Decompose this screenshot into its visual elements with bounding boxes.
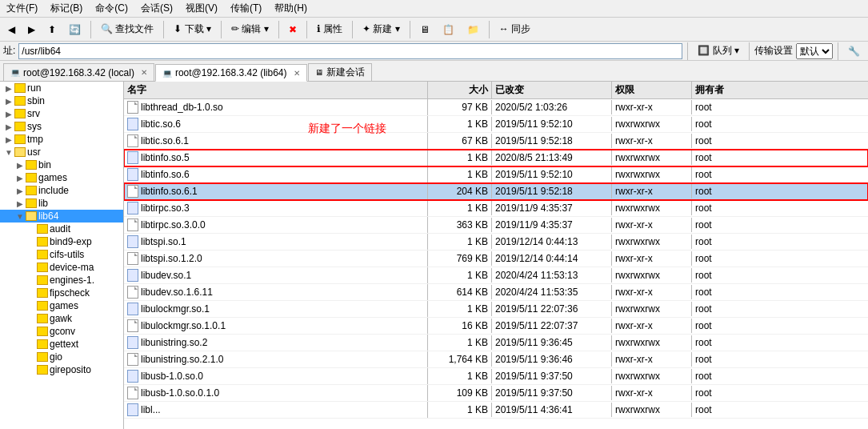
menu-view[interactable]: 视图(V) — [182, 2, 221, 15]
terminal-button[interactable]: 🖥 — [415, 22, 434, 38]
toggle-include[interactable]: ▶ — [14, 185, 26, 196]
toggle-tmp[interactable]: ▶ — [3, 134, 14, 145]
file-row[interactable]: libtspi.so.1.2.0 769 KB 2019/12/14 0:44:… — [124, 251, 868, 267]
sync-button[interactable]: ↔ 同步 — [494, 20, 535, 38]
sidebar-item-include[interactable]: ▶ include — [0, 184, 123, 197]
file-row[interactable]: libunistring.so.2.1.0 1,764 KB 2019/5/11… — [124, 351, 868, 368]
toggle-usr[interactable]: ▼ — [3, 146, 14, 158]
transfer-select[interactable]: 默认 — [796, 43, 833, 59]
sidebar-item-sbin[interactable]: ▶ sbin — [0, 94, 123, 107]
sidebar-item-srv[interactable]: ▶ srv — [0, 107, 123, 120]
header-owner[interactable]: 拥有者 — [692, 82, 756, 98]
file-row[interactable]: libtspi.so.1 1 KB 2019/12/14 0:44:13 rwx… — [124, 234, 868, 251]
sidebar-item-run[interactable]: ▶ run — [0, 82, 123, 94]
sidebar-item-tmp[interactable]: ▶ tmp — [0, 133, 123, 146]
header-permissions[interactable]: 权限 — [612, 82, 692, 98]
toggle-cifs[interactable] — [26, 249, 37, 260]
toggle-games[interactable]: ▶ — [14, 172, 26, 183]
sidebar-item-sys[interactable]: ▶ sys — [0, 120, 123, 133]
toggle-engines[interactable] — [26, 275, 37, 286]
address-input[interactable] — [18, 43, 682, 59]
toggle-gconv[interactable] — [26, 326, 37, 337]
file-row[interactable]: libudev.so.1.6.11 614 KB 2020/4/24 11:53… — [124, 284, 868, 301]
file-row[interactable]: libulockmgr.so.1 1 KB 2019/5/11 22:07:36… — [124, 301, 868, 318]
folder-button[interactable]: 📁 — [462, 22, 484, 38]
props-button[interactable]: ℹ 属性 — [312, 20, 347, 38]
toggle-sbin[interactable]: ▶ — [3, 95, 14, 106]
file-row[interactable]: libl... 1 KB 2019/5/11 4:36:41 rwxrwxrwx… — [124, 402, 868, 419]
queue-button[interactable]: 🔲 队列 ▾ — [693, 42, 744, 60]
menu-file[interactable]: 文件(F) — [3, 2, 41, 15]
toggle-devicema[interactable] — [26, 262, 37, 273]
sidebar-item-gio[interactable]: gio — [0, 351, 123, 363]
file-row[interactable]: libtirpc.so.3 1 KB 2019/11/9 4:35:37 rwx… — [124, 200, 868, 217]
up-button[interactable]: ⬆ — [43, 22, 61, 38]
delete-button[interactable]: ✖ — [284, 22, 302, 38]
sidebar-item-engines[interactable]: engines-1. — [0, 274, 123, 287]
tab-local[interactable]: 💻 root@192.168.3.42 (local) ✕ — [3, 63, 154, 81]
sidebar-item-bind9[interactable]: bind9-exp — [0, 235, 123, 248]
header-modified[interactable]: 已改变 — [492, 82, 612, 98]
menu-transfer[interactable]: 传输(T) — [227, 2, 265, 15]
sidebar-item-gconv[interactable]: gconv — [0, 325, 123, 338]
file-row[interactable]: libtic.so.6 1 KB 2019/5/11 9:52:10 rwxrw… — [124, 116, 868, 133]
file-row[interactable]: libtirpc.so.3.0.0 363 KB 2019/11/9 4:35:… — [124, 217, 868, 234]
tab-lib64-close[interactable]: ✕ — [294, 69, 300, 78]
toggle-sys[interactable]: ▶ — [3, 121, 14, 132]
sidebar-item-fips[interactable]: fipscheck — [0, 287, 123, 299]
sidebar-item-devicema[interactable]: device-ma — [0, 261, 123, 274]
file-row[interactable]: libthread_db-1.0.so 97 KB 2020/5/2 1:03:… — [124, 99, 868, 116]
toggle-games3[interactable] — [26, 300, 37, 311]
refresh-button[interactable]: 🔄 — [64, 22, 86, 38]
sidebar-item-games[interactable]: ▶ games — [0, 171, 123, 184]
toggle-gawk[interactable] — [26, 313, 37, 324]
toggle-lib64[interactable]: ▼ — [14, 210, 26, 222]
toggle-lib[interactable]: ▶ — [14, 198, 26, 209]
toggle-fips[interactable] — [26, 287, 37, 299]
file-row[interactable]: libtinfo.so.6 1 KB 2019/5/11 9:52:10 rwx… — [124, 166, 868, 183]
new-button[interactable]: ✦ 新建 ▾ — [358, 20, 405, 38]
clipboard-button[interactable]: 📋 — [438, 22, 459, 38]
menu-session[interactable]: 会话(S) — [138, 2, 176, 15]
menu-help[interactable]: 帮助(H) — [271, 2, 310, 15]
header-size[interactable]: 大小 — [428, 82, 492, 98]
sidebar-item-gettext[interactable]: gettext — [0, 338, 123, 351]
sidebar-item-cifs[interactable]: cifs-utils — [0, 248, 123, 261]
header-name[interactable]: 名字 — [124, 82, 428, 98]
toggle-bin[interactable]: ▶ — [14, 159, 26, 170]
menu-mark[interactable]: 标记(B) — [47, 2, 86, 15]
find-button[interactable]: 🔍 查找文件 — [96, 20, 158, 38]
sidebar-item-bin[interactable]: ▶ bin — [0, 158, 123, 171]
tab-local-close[interactable]: ✕ — [141, 68, 147, 77]
edit-button[interactable]: ✏ 编辑 ▾ — [226, 20, 274, 38]
file-row[interactable]: libtinfo.so.6.1 204 KB 2019/5/11 9:52:18… — [124, 183, 868, 200]
sidebar-item-gawk[interactable]: gawk — [0, 312, 123, 325]
sidebar-item-lib64[interactable]: ▼ lib64 — [0, 210, 123, 223]
toggle-girepository[interactable] — [26, 364, 37, 375]
tab-lib64[interactable]: 💻 root@192.168.3.42 (lib64) ✕ — [155, 64, 307, 82]
sidebar-item-games3[interactable]: games — [0, 299, 123, 312]
toggle-run[interactable]: ▶ — [3, 82, 14, 94]
file-row[interactable]: libulockmgr.so.1.0.1 16 KB 2019/5/11 22:… — [124, 318, 868, 335]
toggle-gio[interactable] — [26, 351, 37, 363]
file-row[interactable]: libunistring.so.2 1 KB 2019/5/11 9:36:45… — [124, 335, 868, 351]
file-row[interactable]: libtinfo.so.5 1 KB 2020/8/5 21:13:49 rwx… — [124, 150, 868, 166]
toggle-audit[interactable] — [26, 223, 37, 235]
file-row[interactable]: libtic.so.6.1 67 KB 2019/5/11 9:52:18 rw… — [124, 133, 868, 150]
sidebar-item-girepository[interactable]: girepositо — [0, 363, 123, 376]
sidebar-item-audit[interactable]: audit — [0, 223, 123, 235]
toggle-bind9[interactable] — [26, 236, 37, 247]
sidebar-item-usr[interactable]: ▼ usr — [0, 146, 123, 158]
back-button[interactable]: ◀ — [3, 22, 20, 38]
transfer-options-button[interactable]: 🔧 — [843, 43, 865, 59]
file-row[interactable]: libudev.so.1 1 KB 2020/4/24 11:53:13 rwx… — [124, 267, 868, 284]
toggle-srv[interactable]: ▶ — [3, 108, 14, 119]
toggle-gettext[interactable] — [26, 339, 37, 350]
tab-new-session[interactable]: 🖥 新建会话 — [308, 63, 372, 81]
file-row[interactable]: libusb-1.0.so.0.1.0 109 KB 2019/5/11 9:3… — [124, 385, 868, 402]
sidebar-item-lib[interactable]: ▶ lib — [0, 197, 123, 210]
file-row[interactable]: libusb-1.0.so.0 1 KB 2019/5/11 9:37:50 r… — [124, 368, 868, 385]
download-button[interactable]: ⬇ 下载 ▾ — [169, 20, 216, 38]
forward-button[interactable]: ▶ — [23, 22, 40, 38]
menu-command[interactable]: 命令(C) — [92, 2, 131, 15]
